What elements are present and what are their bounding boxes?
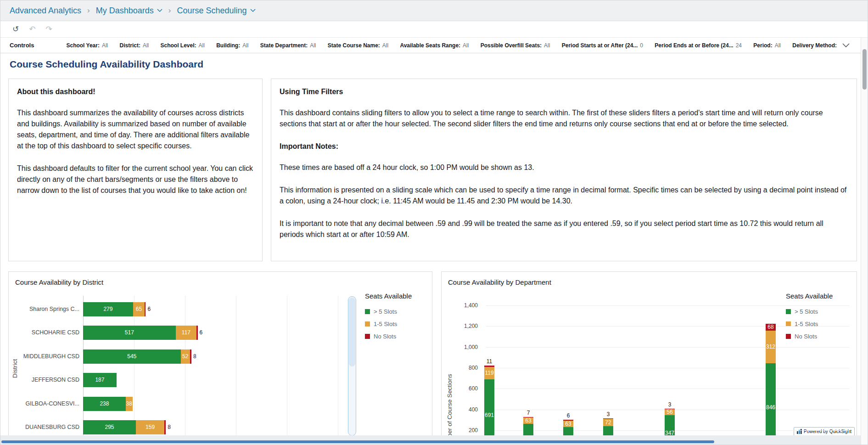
breadcrumb-item[interactable]: Advanced Analytics xyxy=(10,6,81,16)
bar-value-label: 3 xyxy=(607,411,610,417)
horizontal-scrollbar[interactable] xyxy=(0,435,861,445)
category-label: DUANESBURG CSD xyxy=(11,424,79,430)
bar-segment[interactable]: 38 xyxy=(126,397,133,411)
dept-chart-panel: Course Availability by Department Number… xyxy=(441,271,857,436)
legend-label: > 5 Slots xyxy=(795,308,818,315)
filter-school-year[interactable]: School Year:All xyxy=(66,42,108,49)
filter-period-starts-at-or-after-24[interactable]: Period Starts at or After (24...0 xyxy=(562,42,643,49)
bar-segment[interactable]: 72 xyxy=(603,419,613,426)
bar-segment[interactable]: 260 xyxy=(523,424,533,436)
vertical-scrollbar[interactable] xyxy=(861,38,868,445)
filter-possible-overfill-seats[interactable]: Possible Overfill Seats:All xyxy=(481,42,550,49)
bar-segment[interactable]: 159 xyxy=(136,420,164,434)
filter-period[interactable]: Period:All xyxy=(753,42,781,49)
filter-district[interactable]: District:All xyxy=(120,42,149,49)
legend-item[interactable]: > 5 Slots xyxy=(786,308,833,315)
filter-state-course-name[interactable]: State Course Name:All xyxy=(328,42,388,49)
filter-label: State Course Name: xyxy=(328,42,380,49)
bar-segment[interactable]: 279 xyxy=(83,302,133,316)
scrollbar-thumb[interactable] xyxy=(349,298,355,366)
bar-segment[interactable]: 231 xyxy=(563,427,573,436)
bar-segment[interactable] xyxy=(145,302,146,316)
bar-segment[interactable] xyxy=(190,349,191,364)
bar-segment[interactable] xyxy=(665,409,675,409)
bar-segment[interactable]: 312 xyxy=(766,331,776,363)
bar-segment[interactable]: 187 xyxy=(83,373,117,387)
bar-segment[interactable]: 238 xyxy=(83,397,126,411)
filter-period-ends-at-or-before-24[interactable]: Period Ends at or Before (24...24 xyxy=(655,42,742,49)
legend-swatch xyxy=(365,321,370,327)
legend-swatch xyxy=(786,309,791,314)
breadcrumb-item-label: Advanced Analytics xyxy=(10,6,81,16)
bar-segment[interactable] xyxy=(164,420,166,434)
legend-item[interactable]: 1-5 Slots xyxy=(365,321,412,327)
breadcrumb-item[interactable]: Course Scheduling xyxy=(177,6,256,16)
redo-icon[interactable]: ↷ xyxy=(46,24,52,34)
filter-label: Period Starts at or After (24... xyxy=(562,42,638,49)
breadcrumb-item-label: My Dashboards xyxy=(96,6,154,16)
bar-value-label: 11 xyxy=(487,358,492,365)
bar-segment[interactable]: 117 xyxy=(176,326,197,340)
vertical-scrollbar-thumb[interactable] xyxy=(862,49,867,90)
controls-bar: Controls School Year:AllDistrict:AllScho… xyxy=(0,38,861,53)
filter-label: School Year: xyxy=(66,42,99,49)
bar-segment[interactable]: 63 xyxy=(523,417,533,424)
powered-by-label: Powered by QuickSight xyxy=(804,429,851,434)
bar-segment[interactable]: 68 xyxy=(766,324,776,331)
about-paragraph-1: This dashboard summarizes the availabili… xyxy=(17,107,254,152)
legend-title: Seats Available xyxy=(786,292,833,300)
time-filters-note-1: These times are based off a 24 hour cloc… xyxy=(280,162,848,173)
bar-segment[interactable]: 52 xyxy=(181,349,190,364)
filter-school-level[interactable]: School Level:All xyxy=(161,42,205,49)
filter-delivery-method[interactable]: Delivery Method: xyxy=(792,42,837,49)
bar-segment[interactable] xyxy=(523,417,533,418)
legend-items: > 5 Slots1-5 SlotsNo Slots xyxy=(365,308,412,340)
filter-building[interactable]: Building:All xyxy=(216,42,248,49)
filter-state-department[interactable]: State Department:All xyxy=(260,42,316,49)
bar-segment[interactable]: 691 xyxy=(484,379,494,436)
bar-segment[interactable]: 846 xyxy=(766,363,776,436)
chevron-down-icon[interactable] xyxy=(842,41,850,50)
bar-segment[interactable]: 295 xyxy=(83,420,136,434)
undo-icon[interactable]: ↶ xyxy=(29,24,35,34)
horizontal-scrollbar-thumb[interactable] xyxy=(1,440,714,443)
time-filters-note-2: This information is presented on a slidi… xyxy=(280,185,848,207)
bar-segment[interactable] xyxy=(484,366,494,366)
y-tick-label: 600 xyxy=(450,385,478,392)
bar-segment[interactable]: 347 xyxy=(665,415,675,436)
district-chart-panel: Course Availability by District District… xyxy=(8,271,432,436)
district-chart-legend: Seats Available > 5 Slots1-5 SlotsNo Slo… xyxy=(365,292,412,345)
filter-label: Building: xyxy=(216,42,240,49)
legend-swatch xyxy=(786,334,791,339)
bar-segment[interactable]: 56 xyxy=(665,409,675,415)
powered-by-quicksight-badge[interactable]: Powered by QuickSight xyxy=(794,427,855,436)
bar-segment[interactable]: 65 xyxy=(133,302,145,316)
legend-title: Seats Available xyxy=(365,292,412,300)
filter-value: All xyxy=(143,42,149,49)
filter-available-seats-range[interactable]: Available Seats Range:All xyxy=(400,42,469,49)
y-tick-label: 200 xyxy=(450,427,478,434)
legend-item[interactable]: No Slots xyxy=(365,333,412,340)
breadcrumb-item-label: Course Scheduling xyxy=(177,6,247,16)
legend-item[interactable]: > 5 Slots xyxy=(365,308,412,315)
filter-value: All xyxy=(463,42,469,49)
bar-segment[interactable] xyxy=(196,326,197,340)
bar-segment[interactable]: 63 xyxy=(563,421,573,427)
bar-segment[interactable]: 119 xyxy=(484,367,494,379)
bar-segment[interactable]: 545 xyxy=(83,349,181,364)
toolbar: ↺ ↶ ↷ xyxy=(0,21,868,38)
chevron-down-icon xyxy=(250,9,256,12)
district-chart-scrollbar[interactable] xyxy=(348,296,356,436)
breadcrumb-item[interactable]: My Dashboards xyxy=(96,6,162,16)
filter-value: All xyxy=(775,42,781,49)
bar-segment[interactable] xyxy=(603,418,613,419)
bar-segment[interactable] xyxy=(563,420,573,420)
bar-segment[interactable]: 240 xyxy=(603,426,613,436)
bar-segment[interactable]: 517 xyxy=(83,326,176,340)
filter-value: All xyxy=(310,42,316,49)
about-panel: About this dashboard! This dashboard sum… xyxy=(8,79,263,261)
reset-icon[interactable]: ↺ xyxy=(12,24,19,34)
breadcrumb-separator: › xyxy=(87,6,90,15)
legend-item[interactable]: No Slots xyxy=(786,333,833,340)
filter-label: Period Ends at or Before (24... xyxy=(655,42,733,49)
